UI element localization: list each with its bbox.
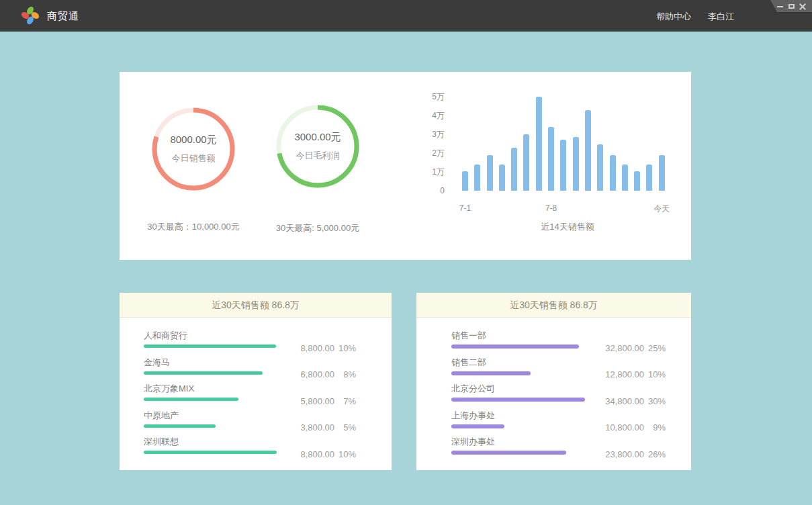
minimize-icon[interactable] [776, 3, 784, 10]
list-item-values: 10,800.009% [590, 422, 666, 432]
bar [511, 148, 517, 191]
app-logo-pinwheel-icon [19, 4, 42, 27]
list-item-percent: 26% [644, 449, 666, 459]
list-item-values: 3,800.005% [281, 422, 356, 432]
list-item-percent: 10% [334, 343, 356, 353]
list-item-amount: 23,800.00 [590, 449, 644, 459]
department-sales-card: 近30天销售额 86.8万 销售一部32,800.0025%销售二部12,800… [416, 293, 691, 470]
list-item-values: 8,800.0010% [281, 343, 356, 353]
x-axis-tick-label: 7-8 [528, 203, 575, 213]
list-item-values: 6,800.008% [281, 369, 356, 379]
y-axis-tick-label: 0 [408, 186, 445, 195]
close-icon[interactable] [799, 3, 807, 10]
list-item-amount: 12,800.00 [590, 369, 644, 379]
today-sales-gauge: 8000.00元 今日销售额 [152, 107, 235, 191]
x-axis-tick-label: 7-1 [442, 203, 489, 213]
list-item-bar [451, 345, 579, 349]
list-item-percent: 30% [644, 396, 666, 406]
list-item-name: 销售一部 [451, 330, 691, 341]
y-axis-tick-label: 2万 [408, 148, 445, 158]
list-item-amount: 32,800.00 [590, 343, 644, 353]
list-item-percent: 10% [644, 369, 666, 379]
today-profit-gauge: 3000.00元 今日毛利润 [276, 105, 359, 188]
list-item-amount: 8,800.00 [281, 449, 334, 459]
bar [610, 155, 616, 191]
list-item-values: 5,800.007% [281, 396, 356, 406]
list-item-bar [451, 371, 531, 375]
profit-30day-max: 30天最高: 5,000.00元 [237, 222, 398, 234]
list-item-name: 金海马 [144, 357, 392, 368]
list-item-values: 34,800.0030% [590, 396, 666, 406]
list-item-name: 人和商贸行 [144, 330, 392, 341]
bar [597, 144, 603, 191]
today-profit-label: 今日毛利润 [296, 150, 340, 162]
list-item: 销售二部12,800.0010% [451, 357, 691, 384]
list-item-bar [451, 451, 566, 455]
bar [548, 127, 554, 191]
window-controls [770, 0, 812, 12]
list-item-amount: 3,800.00 [281, 422, 334, 432]
y-axis-tick-label: 4万 [408, 111, 445, 120]
x-axis-tick-label: 今天 [638, 203, 685, 215]
list-item: 深圳联想8,800.0010% [144, 437, 392, 463]
user-name-link[interactable]: 李白江 [708, 11, 734, 23]
list-item: 北京万象MIX5,800.007% [144, 383, 392, 410]
bar [659, 155, 665, 191]
department-rows: 销售一部32,800.0025%销售二部12,800.0010%北京分公司34,… [416, 318, 691, 463]
bar [560, 140, 566, 191]
list-item: 北京分公司34,800.0030% [451, 383, 691, 410]
list-item-bar [144, 424, 216, 428]
y-axis-tick-label: 3万 [408, 130, 445, 139]
list-item-amount: 34,800.00 [590, 396, 644, 406]
list-item: 人和商贸行8,800.0010% [144, 330, 392, 357]
maximize-icon[interactable] [788, 3, 795, 10]
bar [536, 97, 542, 191]
list-item-values: 8,800.0010% [281, 449, 356, 459]
list-item-name: 深圳联想 [144, 437, 392, 447]
list-item-percent: 8% [334, 369, 356, 379]
list-item-name: 北京分公司 [451, 383, 691, 394]
list-item-values: 23,800.0026% [590, 449, 666, 459]
help-center-link[interactable]: 帮助中心 [656, 11, 691, 23]
list-item: 中原地产3,800.005% [144, 410, 392, 437]
bar-chart-title: 近14天销售额 [467, 221, 668, 233]
bar [622, 165, 628, 191]
list-item-bar [144, 398, 238, 401]
list-item-name: 北京万象MIX [144, 383, 392, 394]
list-item-percent: 5% [334, 422, 356, 432]
list-item-bar [451, 398, 585, 402]
customer-card-title: 近30天销售额 86.8万 [120, 293, 392, 318]
list-item: 销售一部32,800.0025% [451, 330, 691, 357]
customer-sales-card: 近30天销售额 86.8万 人和商贸行8,800.0010%金海马6,800.0… [120, 293, 392, 470]
department-card-title: 近30天销售额 86.8万 [416, 293, 691, 318]
customer-rows: 人和商贸行8,800.0010%金海马6,800.008%北京万象MIX5,80… [120, 318, 392, 463]
list-item-amount: 10,800.00 [590, 422, 644, 432]
list-item-values: 12,800.0010% [590, 369, 666, 379]
today-sales-value: 8000.00元 [170, 134, 216, 146]
list-item-values: 32,800.0025% [590, 343, 666, 353]
app-title: 商贸通 [47, 10, 79, 23]
list-item-amount: 8,800.00 [281, 343, 334, 353]
list-item-amount: 6,800.00 [281, 369, 334, 379]
list-item: 金海马6,800.008% [144, 357, 392, 384]
list-item: 上海办事处10,800.009% [451, 410, 691, 437]
today-profit-value: 3000.00元 [294, 131, 341, 144]
list-item: 深圳办事处23,800.0026% [451, 437, 691, 463]
bar [474, 165, 480, 191]
bar [573, 137, 579, 191]
bar [523, 134, 529, 191]
list-item-amount: 5,800.00 [281, 396, 334, 406]
list-item-percent: 9% [644, 422, 666, 432]
list-item-percent: 10% [334, 449, 356, 459]
list-item-percent: 25% [644, 343, 666, 353]
bar [585, 110, 591, 191]
bar [462, 171, 468, 191]
y-axis-tick-label: 1万 [408, 167, 445, 177]
y-axis-tick-label: 5万 [408, 92, 445, 101]
bar [487, 155, 493, 191]
list-item-name: 上海办事处 [451, 410, 691, 421]
list-item-name: 深圳办事处 [451, 437, 691, 447]
list-item-bar [451, 424, 504, 428]
bar [634, 171, 640, 191]
list-item-bar [144, 371, 263, 375]
